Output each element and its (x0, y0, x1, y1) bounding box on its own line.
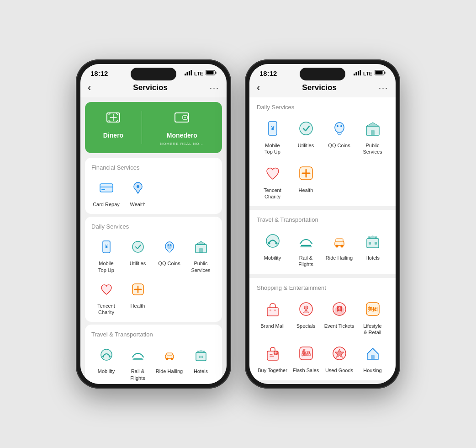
service-rail-flights-left[interactable]: Rail &Flights (123, 344, 153, 381)
public-services-label-right: PublicServices (363, 142, 382, 155)
service-utilities-left[interactable]: Utilities (123, 236, 153, 273)
ride-hailing-icon-right (328, 229, 351, 252)
svg-point-47 (337, 125, 338, 127)
back-button-left[interactable]: ‹ (88, 82, 91, 94)
svg-point-64 (270, 309, 271, 311)
service-ride-hailing-right[interactable]: Ride Hailing (323, 229, 355, 268)
service-health-left[interactable]: Health (123, 279, 153, 316)
svg-point-14 (137, 185, 139, 188)
status-icons-right: LTE (354, 70, 386, 77)
service-tencent-charity-right[interactable]: TencentCharity (257, 162, 288, 200)
service-hotels-right[interactable]: Hotels (357, 229, 388, 268)
back-button-right[interactable]: ‹ (257, 82, 260, 94)
travel-grid-left: Mobility Rail &Flights (91, 344, 216, 381)
service-mobile-topup-right[interactable]: ¥ MobileTop Up (257, 117, 288, 155)
banner-dinero[interactable]: Dinero (103, 109, 123, 146)
svg-point-65 (274, 309, 276, 311)
scroll-content-right[interactable]: Daily Services ¥ MobileTop Up (249, 97, 396, 384)
service-wealth[interactable]: Wealth (123, 177, 153, 208)
monedero-icon (174, 109, 190, 129)
signal-right (354, 70, 361, 77)
travel-section-right: Travel & Transportation Mobility (249, 210, 396, 278)
financial-section-title: Financial Services (91, 164, 216, 171)
shopping-grid-right: Brand Mall Specials (257, 298, 388, 374)
brand-mall-label: Brand Mall (260, 323, 285, 329)
svg-rect-8 (175, 113, 189, 122)
service-tencent-charity-left[interactable]: TencentCharity (91, 279, 121, 316)
phone-right: 18:12 LTE ‹ Servicios ··· Daily Services (245, 59, 400, 389)
dinero-label: Dinero (103, 132, 123, 139)
housing-label: Housing (363, 367, 381, 373)
svg-rect-1 (187, 72, 188, 75)
svg-point-52 (266, 235, 279, 247)
service-qq-coins-right[interactable]: QQ Coins (323, 117, 355, 155)
tencent-charity-label-left: TencentCharity (97, 303, 115, 316)
travel-title-right: Travel & Transportation (257, 216, 388, 223)
page-title-right: Servicios (302, 83, 337, 92)
service-hotels-left[interactable]: Hotels (186, 344, 216, 381)
svg-rect-23 (199, 248, 203, 253)
service-mobility-left[interactable]: Mobility (91, 344, 121, 381)
svg-point-67 (304, 306, 308, 309)
scroll-content-left[interactable]: Dinero Monedero NOMBRE REAL NO... (80, 97, 227, 384)
daily-section-right: Daily Services ¥ MobileTop Up (249, 97, 396, 210)
svg-rect-33 (201, 356, 203, 358)
lifestyle-label: Lifestyle& Retail (363, 323, 381, 336)
service-used-goods[interactable]: Used Goods (323, 342, 355, 373)
rail-flights-label-left: Rail &Flights (130, 368, 145, 381)
service-public-services-right[interactable]: PublicServices (357, 117, 388, 155)
svg-rect-34 (197, 351, 199, 352)
service-event-tickets[interactable]: 囧 Event Tickets (323, 298, 355, 336)
svg-rect-36 (354, 74, 355, 75)
service-mobile-topup-left[interactable]: ¥ MobileTop Up (91, 236, 121, 273)
mobility-icon-left (96, 344, 117, 365)
svg-point-21 (170, 244, 171, 246)
service-rail-flights-right[interactable]: Rail &Flights (290, 229, 322, 268)
financial-services-section: Financial Services Card Repay (85, 158, 222, 214)
lte-left: LTE (194, 71, 203, 76)
shopping-section-right: Shopping & Entertainment Brand Mall (249, 278, 396, 384)
service-public-services-left[interactable]: PublicServices (186, 236, 216, 273)
financial-grid: Card Repay Wealth (91, 177, 216, 208)
service-specials[interactable]: Specials (290, 298, 322, 336)
utilities-icon-left (127, 236, 148, 257)
mobility-label-left: Mobility (98, 368, 115, 374)
monedero-label: Monedero (167, 132, 197, 139)
mobile-topup-icon-right: ¥ (261, 117, 284, 140)
service-buy-together[interactable]: Buy Together (257, 342, 288, 373)
banner-monedero[interactable]: Monedero NOMBRE REAL NO... (160, 109, 204, 146)
public-services-icon-left (190, 236, 212, 257)
more-button-left[interactable]: ··· (210, 83, 219, 93)
service-qq-coins-left[interactable]: QQ Coins (154, 236, 184, 273)
svg-rect-61 (368, 236, 370, 239)
service-ride-hailing-left[interactable]: Ride Hailing (154, 344, 184, 381)
nav-bar-left: ‹ Servicios ··· (80, 79, 227, 97)
daily-title-right: Daily Services (257, 104, 388, 111)
battery-right (375, 70, 386, 77)
battery-left (206, 70, 217, 77)
svg-rect-62 (375, 236, 377, 239)
svg-text:美团: 美团 (367, 306, 378, 312)
utilities-label-right: Utilities (298, 142, 314, 149)
status-icons-left: LTE (185, 70, 217, 77)
daily-services-section-left: Daily Services ¥ MobileTop Up (85, 217, 222, 322)
travel-grid-right: Mobility Rail &Flights (257, 229, 388, 268)
tencent-charity-label-right: TencentCharity (264, 187, 281, 200)
service-utilities-right[interactable]: Utilities (290, 117, 322, 155)
service-brand-mall[interactable]: Brand Mall (257, 298, 288, 336)
buy-together-label: Buy Together (258, 367, 287, 373)
mobility-label-right: Mobility (264, 255, 281, 261)
svg-point-48 (340, 125, 342, 127)
service-card-repay[interactable]: Card Repay (91, 177, 121, 208)
svg-rect-42 (376, 71, 383, 75)
service-lifestyle[interactable]: 美团 Lifestyle& Retail (357, 298, 388, 336)
rail-flights-label-right: Rail &Flights (298, 255, 313, 268)
service-health-right[interactable]: Health (290, 162, 322, 200)
svg-rect-37 (356, 72, 357, 75)
service-mobility-right[interactable]: Mobility (257, 229, 288, 268)
service-housing[interactable]: Housing (357, 342, 388, 373)
svg-point-26 (102, 356, 104, 357)
more-button-right[interactable]: ··· (379, 83, 388, 93)
flash-sales-icon: 品品 (295, 342, 317, 365)
service-flash-sales[interactable]: 品品 Flash Sales (290, 342, 322, 373)
